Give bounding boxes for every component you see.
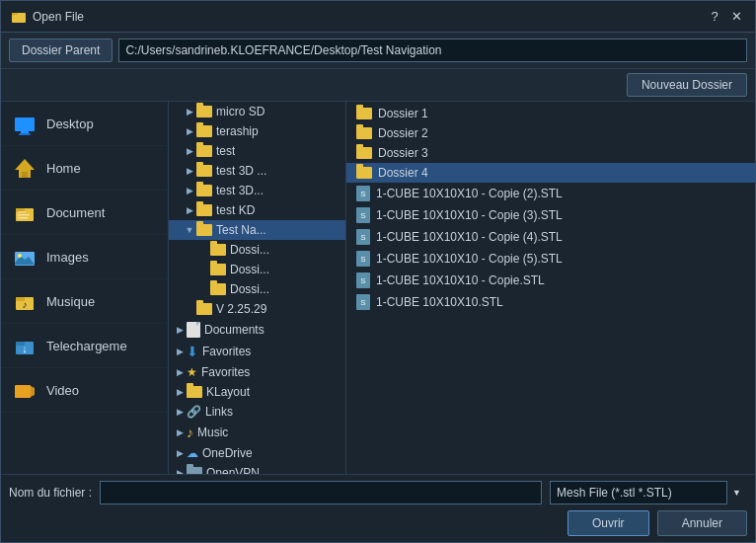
cancel-button[interactable]: Annuler — [657, 510, 747, 536]
tree-arrow: ▶ — [173, 345, 187, 358]
tree-item-test-na[interactable]: ▼ Test Na... — [169, 220, 345, 240]
open-button[interactable]: Ouvrir — [567, 510, 649, 536]
tree-item-links[interactable]: ▶ 🔗 Links — [169, 402, 345, 422]
file-item-label: 1-CUBE 10X10X10 - Copie (5).STL — [376, 252, 563, 266]
tree-folder-icon — [196, 106, 212, 117]
tree-arrow: ▶ — [173, 405, 187, 419]
tree-item-klayout[interactable]: ▶ KLayout — [169, 382, 345, 402]
tree-arrow: ▶ — [173, 323, 187, 337]
svg-text:♪: ♪ — [23, 299, 28, 310]
filename-label: Nom du fichier : — [9, 486, 92, 500]
tree-links-icon: 🔗 — [187, 405, 201, 419]
tree-item-test-kd[interactable]: ▶ test KD — [169, 200, 345, 220]
file-item-label: 1-CUBE 10X10X10 - Copie (3).STL — [376, 208, 563, 222]
sidebar-label-desktop: Desktop — [46, 116, 94, 131]
file-folder-icon — [356, 108, 372, 119]
tree-item-micro-sd[interactable]: ▶ micro SD — [169, 102, 345, 121]
sidebar-item-document[interactable]: Document — [1, 191, 168, 235]
file-stl-icon: S — [356, 272, 370, 288]
tree-folder-icon — [196, 165, 212, 177]
tree-item-label: Documents — [204, 323, 265, 337]
tree-item-test3d2[interactable]: ▶ test 3D... — [169, 181, 345, 200]
sidebar-label-telechargement: Telechargeme — [46, 339, 127, 353]
sidebar-label-home: Home — [46, 161, 81, 176]
file-item-stl3[interactable]: S 1-CUBE 10X10X10 - Copie (4).STL — [346, 226, 755, 248]
svg-rect-2 — [13, 15, 25, 23]
new-folder-row: Nouveau Dossier — [1, 69, 755, 102]
document-icon — [11, 198, 38, 226]
tree-item-v2[interactable]: ▶ V 2.25.29 — [169, 299, 345, 319]
file-item-label: 1-CUBE 10X10X10.STL — [376, 295, 503, 309]
sidebar-item-desktop[interactable]: Desktop — [1, 102, 168, 146]
filetype-select[interactable]: Mesh File (*.stl *.STL) All Files (*.*) — [550, 481, 727, 504]
close-button[interactable]: ✕ — [727, 8, 745, 26]
tree-folder-icon — [210, 283, 226, 295]
file-panel: Dossier 1 Dossier 2 Dossier 3 Dossier 4 … — [346, 102, 755, 474]
parent-folder-button[interactable]: Dossier Parent — [9, 39, 113, 62]
tree-item-label: Test Na... — [216, 223, 266, 237]
tree-item-documents[interactable]: ▶ Documents — [169, 319, 345, 341]
tree-item-dossi2[interactable]: ▶ Dossi... — [169, 260, 345, 279]
sidebar-item-telechargement[interactable]: ↓ Telechargeme — [1, 324, 168, 368]
file-item-dossier1[interactable]: Dossier 1 — [346, 104, 755, 123]
tree-item-label: Music — [197, 426, 228, 439]
file-item-label: Dossier 4 — [378, 166, 428, 180]
tree-item-onedrive[interactable]: ▶ ☁ OneDrive — [169, 443, 345, 463]
title-bar: Open File ? ✕ — [1, 1, 755, 33]
file-item-stl6[interactable]: S 1-CUBE 10X10X10.STL — [346, 291, 755, 313]
tree-item-downloads[interactable]: ▶ ⬇ Favorites — [169, 341, 345, 362]
file-item-dossier3[interactable]: Dossier 3 — [346, 143, 755, 163]
tree-folder-icon — [196, 145, 212, 157]
tree-item-teraship[interactable]: ▶ teraship — [169, 121, 345, 141]
tree-item-label: Links — [205, 405, 233, 419]
open-file-icon — [11, 9, 27, 25]
tree-item-dossi1[interactable]: ▶ Dossi... — [169, 240, 345, 260]
tree-arrow: ▶ — [183, 164, 196, 178]
file-item-stl2[interactable]: S 1-CUBE 10X10X10 - Copie (3).STL — [346, 204, 755, 226]
file-stl-icon: S — [356, 229, 370, 245]
file-folder-icon — [356, 167, 372, 179]
tree-item-label: Favorites — [201, 365, 250, 379]
tree-item-test3d1[interactable]: ▶ test 3D ... — [169, 161, 345, 181]
sidebar-item-home[interactable]: Home — [1, 146, 168, 191]
svg-marker-23 — [31, 386, 35, 397]
file-item-stl4[interactable]: S 1-CUBE 10X10X10 - Copie (5).STL — [346, 248, 755, 270]
file-folder-icon — [356, 127, 372, 139]
tree-item-label: V 2.25.29 — [216, 302, 266, 316]
tree-onedrive-icon: ☁ — [187, 446, 198, 460]
sidebar-item-images[interactable]: Images — [1, 235, 168, 279]
tree-folder-icon — [196, 303, 212, 315]
file-stl-icon: S — [356, 294, 370, 310]
tree-folder-icon — [210, 244, 226, 256]
sidebar-label-musique: Musique — [46, 294, 95, 309]
tree-item-label: micro SD — [216, 105, 265, 118]
tree-item-music[interactable]: ▶ ♪ Music — [169, 422, 345, 443]
tree-arrow: ▶ — [183, 203, 196, 217]
sidebar-item-musique[interactable]: ♪ Musique — [1, 279, 168, 324]
filename-input[interactable] — [100, 481, 542, 504]
sidebar-item-video[interactable]: Video — [1, 368, 168, 413]
tree-item-openvpn[interactable]: ▶ OpenVPN — [169, 463, 345, 474]
tree-arrow: ▶ — [183, 124, 196, 138]
tree-arrow: ▶ — [173, 365, 187, 379]
tree-doc-icon — [187, 322, 200, 338]
tree-item-dossi3[interactable]: ▶ Dossi... — [169, 279, 345, 299]
toolbar-row: Dossier Parent — [1, 33, 755, 69]
tree-item-favorites[interactable]: ▶ ★ Favorites — [169, 362, 345, 382]
tree-arrow: ▶ — [173, 385, 187, 399]
svg-rect-7 — [22, 172, 28, 178]
tree-item-label: Favorites — [202, 345, 251, 358]
file-item-stl1[interactable]: S 1-CUBE 10X10X10 - Copie (2).STL — [346, 183, 755, 204]
tree-arrow: ▶ — [183, 105, 196, 118]
file-item-dossier2[interactable]: Dossier 2 — [346, 123, 755, 143]
file-item-stl5[interactable]: S 1-CUBE 10X10X10 - Copie.STL — [346, 270, 755, 291]
help-button[interactable]: ? — [706, 8, 723, 26]
filename-row: Nom du fichier : Mesh File (*.stl *.STL)… — [9, 481, 747, 504]
new-folder-button[interactable]: Nouveau Dossier — [627, 73, 747, 97]
file-item-dossier4[interactable]: Dossier 4 — [346, 163, 755, 183]
path-input[interactable] — [118, 39, 747, 62]
sidebar: Desktop Home — [1, 102, 169, 474]
tree-item-test[interactable]: ▶ test — [169, 141, 345, 161]
file-item-label: 1-CUBE 10X10X10 - Copie (2).STL — [376, 187, 563, 200]
file-item-label: Dossier 2 — [378, 126, 428, 140]
